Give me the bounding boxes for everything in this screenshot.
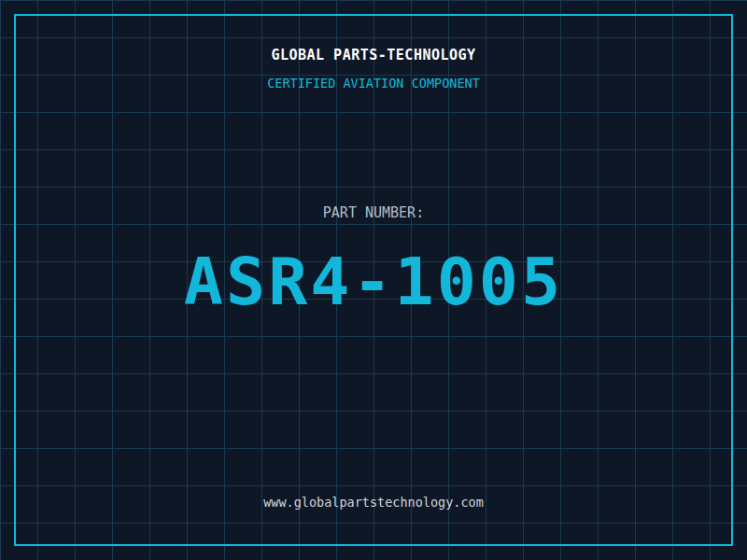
- company-name: GLOBAL PARTS-TECHNOLOGY: [0, 47, 747, 63]
- part-number-label: PART NUMBER:: [0, 204, 747, 221]
- certification-tagline: CERTIFIED AVIATION COMPONENT: [0, 76, 747, 91]
- website-url: www.globalpartstechnology.com: [0, 495, 747, 510]
- part-label-card: GLOBAL PARTS-TECHNOLOGY CERTIFIED AVIATI…: [0, 0, 747, 560]
- part-number-value: ASR4-1005: [0, 245, 747, 320]
